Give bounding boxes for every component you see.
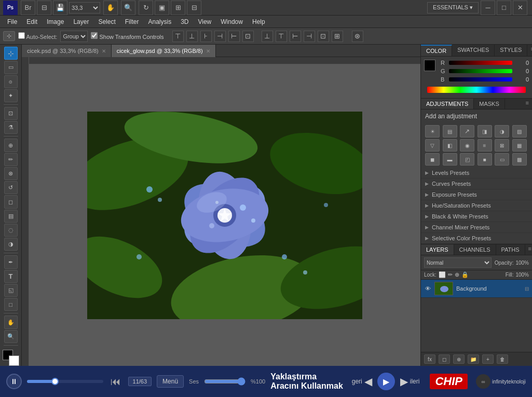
distrib-bottom-btn[interactable]: ⊞ bbox=[332, 31, 343, 42]
add-adjustment-btn[interactable]: ⊕ bbox=[453, 354, 465, 364]
rotate-tool-top[interactable]: ↻ bbox=[139, 1, 153, 15]
quick-select-tool-btn[interactable]: ✦ bbox=[4, 89, 18, 102]
menu-btn[interactable]: Menü bbox=[157, 375, 184, 388]
auto-select-dropdown[interactable]: Group bbox=[60, 31, 88, 42]
g-slider[interactable] bbox=[449, 69, 512, 73]
pattern-icon-btn[interactable]: ▩ bbox=[512, 153, 527, 166]
black-white-presets-row[interactable]: ▶ Black & White Presets bbox=[421, 211, 532, 222]
photo-filter-icon-btn[interactable]: ◉ bbox=[460, 139, 474, 152]
layer-options-btn[interactable]: ⊟ bbox=[525, 286, 529, 292]
text-tool-btn[interactable]: T bbox=[4, 270, 18, 283]
distrib-top-btn[interactable]: ⊣ bbox=[304, 31, 315, 42]
tab-layers[interactable]: LAYERS bbox=[421, 244, 454, 255]
align-vcenter-btn[interactable]: ⊥ bbox=[186, 31, 198, 42]
auto-select-checkbox[interactable] bbox=[18, 32, 25, 39]
pause-btn[interactable]: ⏸ bbox=[6, 374, 22, 389]
hand-tool-btn[interactable]: ✋ bbox=[4, 316, 18, 328]
menu-layer[interactable]: Layer bbox=[69, 17, 93, 26]
hand-tool-top[interactable]: ✋ bbox=[103, 1, 118, 15]
hue-sat-icon-btn[interactable]: ▧ bbox=[512, 125, 527, 138]
move-tool-options[interactable]: ⊹ bbox=[3, 31, 15, 41]
layers-panel-menu[interactable]: ≡ bbox=[525, 244, 532, 255]
distrib-center-btn[interactable]: ⊤ bbox=[276, 31, 287, 42]
curves-presets-row[interactable]: ▶ Curves Presets bbox=[421, 179, 532, 189]
tab-color[interactable]: COLOR bbox=[421, 45, 452, 56]
canvas-image[interactable] bbox=[87, 112, 362, 319]
distrib-right-btn[interactable]: ⊢ bbox=[290, 31, 301, 42]
doc-tab-1[interactable]: cicek.psd @ 33,3% (RGB/8) ✕ bbox=[22, 45, 112, 57]
delete-layer-btn[interactable]: 🗑 bbox=[497, 354, 508, 364]
marquee-tool-btn[interactable]: ▭ bbox=[4, 61, 18, 74]
exposure-icon-btn[interactable]: ◨ bbox=[478, 125, 492, 138]
tab-channels[interactable]: CHANNELS bbox=[454, 244, 496, 255]
transform-controls-checkbox[interactable] bbox=[91, 32, 98, 39]
zoom-tool-btn[interactable]: 🔍 bbox=[4, 330, 18, 343]
zoom-tool-top[interactable]: 🔍 bbox=[121, 1, 135, 15]
close-btn[interactable]: ✕ bbox=[513, 1, 527, 15]
align-bottom-btn[interactable]: ⊦ bbox=[200, 31, 212, 42]
threshold-icon-btn[interactable]: ◼ bbox=[425, 153, 440, 166]
align-left-btn[interactable]: ⊣ bbox=[214, 31, 226, 42]
auto-align-btn[interactable]: ⊛ bbox=[352, 31, 363, 42]
b-slider[interactable] bbox=[449, 77, 512, 81]
add-group-btn[interactable]: 📁 bbox=[468, 354, 479, 364]
curves-icon-btn[interactable]: ↗ bbox=[460, 125, 474, 138]
tab-masks[interactable]: MASKS bbox=[474, 99, 505, 109]
tab-paths[interactable]: PATHS bbox=[496, 244, 525, 255]
doc-tab-1-close[interactable]: ✕ bbox=[102, 48, 106, 54]
tab-styles[interactable]: STYLES bbox=[495, 45, 527, 56]
spectrum-bar[interactable] bbox=[427, 87, 526, 93]
color-balance-icon-btn[interactable]: ▽ bbox=[425, 139, 440, 152]
back-track-btn[interactable]: ⏮ bbox=[108, 374, 123, 389]
r-slider[interactable] bbox=[449, 61, 512, 65]
align-hcenter-btn[interactable]: ⊢ bbox=[228, 31, 240, 42]
minimize-btn[interactable]: ─ bbox=[481, 1, 495, 15]
invert-icon-btn[interactable]: ⊠ bbox=[495, 139, 509, 152]
doc-tab-2-close[interactable]: ✕ bbox=[206, 48, 210, 54]
menu-filter[interactable]: Filter bbox=[121, 17, 143, 26]
menu-help[interactable]: Help bbox=[248, 17, 269, 26]
levels-presets-row[interactable]: ▶ Levels Presets bbox=[421, 168, 532, 179]
mini-bridge-btn[interactable]: ⊟ bbox=[37, 1, 51, 15]
layer-visibility-btn[interactable]: 👁 bbox=[424, 285, 431, 292]
tab-adjustments[interactable]: ADJUSTMENTS bbox=[421, 99, 474, 109]
gradient-map-icon-btn[interactable]: ▬ bbox=[443, 153, 457, 166]
add-layer-btn[interactable]: + bbox=[482, 354, 494, 364]
bridge-btn[interactable]: Br bbox=[21, 1, 35, 15]
add-mask-btn[interactable]: ◻ bbox=[439, 354, 450, 364]
lock-position-btn[interactable]: ⊕ bbox=[455, 271, 459, 278]
maximize-btn[interactable]: □ bbox=[497, 1, 511, 15]
healing-tool-btn[interactable]: ⊕ bbox=[4, 139, 18, 152]
menu-edit[interactable]: Edit bbox=[22, 17, 42, 26]
menu-view[interactable]: View bbox=[194, 17, 215, 26]
brush-tool-btn[interactable]: ✏ bbox=[4, 153, 18, 166]
current-color-box[interactable] bbox=[424, 60, 435, 71]
crop-tool-btn[interactable]: ⊡ bbox=[4, 107, 18, 120]
screen-mode-btn[interactable]: ▣ bbox=[155, 1, 169, 15]
menu-3d[interactable]: 3D bbox=[176, 17, 193, 26]
gradient-tool-btn[interactable]: ▤ bbox=[4, 210, 18, 223]
blend-mode-select[interactable]: Normal bbox=[424, 257, 492, 268]
progress-knob[interactable] bbox=[51, 378, 59, 385]
zoom-select[interactable]: 33,3 bbox=[69, 2, 100, 13]
menu-analysis[interactable]: Analysis bbox=[144, 17, 175, 26]
hue-saturation-presets-row[interactable]: ▶ Hue/Saturation Presets bbox=[421, 200, 532, 211]
save-btn[interactable]: 💾 bbox=[53, 1, 67, 15]
color-panel-menu[interactable]: ≡ bbox=[527, 45, 532, 56]
dodge-tool-btn[interactable]: ◑ bbox=[4, 238, 18, 251]
distrib-left-btn[interactable]: ⊥ bbox=[262, 31, 273, 42]
selective-color-icon-btn[interactable]: ◰ bbox=[460, 153, 474, 166]
posterize-icon-btn[interactable]: ▦ bbox=[512, 139, 527, 152]
selective-color-presets-row[interactable]: ▶ Selective Color Presets bbox=[421, 233, 532, 244]
menu-image[interactable]: Image bbox=[43, 17, 68, 26]
menu-select[interactable]: Select bbox=[94, 17, 119, 26]
layer-item-background[interactable]: 👁 Background ⊟ bbox=[421, 280, 532, 298]
pen-tool-btn[interactable]: ✒ bbox=[4, 255, 18, 268]
bw-icon-btn[interactable]: ◧ bbox=[443, 139, 457, 152]
progress-bar[interactable] bbox=[27, 380, 103, 383]
lock-all-btn[interactable]: 🔒 bbox=[461, 271, 469, 278]
ileri-btn[interactable]: ▶ ileri bbox=[400, 375, 420, 388]
adj-panel-menu[interactable]: ≡ bbox=[523, 99, 532, 109]
brightness-contrast-icon-btn[interactable]: ☀ bbox=[425, 125, 440, 138]
gradient-fill-icon-btn[interactable]: ▭ bbox=[495, 153, 509, 166]
